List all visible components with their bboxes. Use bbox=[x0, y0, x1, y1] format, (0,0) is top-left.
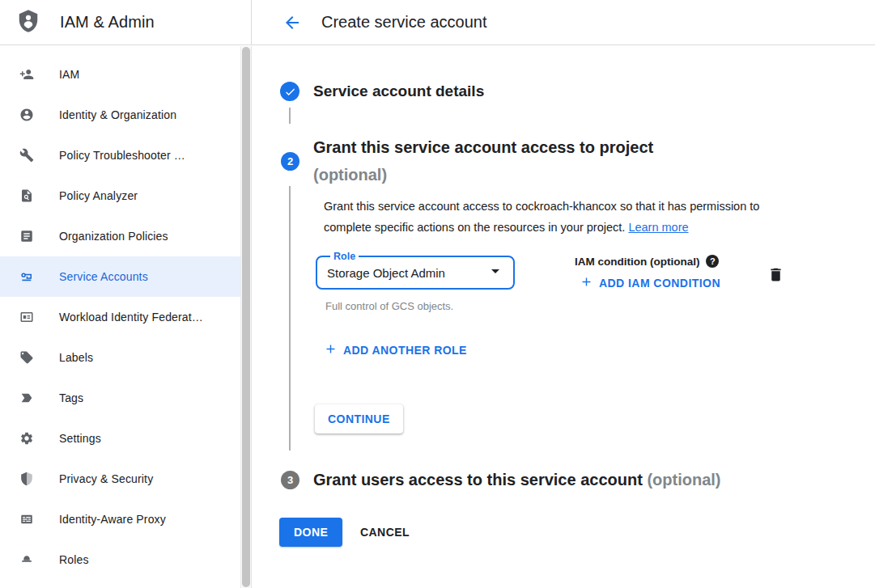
step2-description: Grant this service account access to coc… bbox=[324, 197, 803, 238]
hat-icon bbox=[19, 552, 34, 567]
done-button[interactable]: DONE bbox=[279, 518, 342, 547]
product-header: IAM & Admin bbox=[0, 0, 252, 44]
iam-condition-header: IAM condition (optional) ? bbox=[575, 255, 719, 268]
sidebar-scrollbar-thumb[interactable] bbox=[242, 47, 250, 587]
page-header: Create service account bbox=[252, 0, 875, 44]
sidebar-item-iam[interactable]: IAM bbox=[0, 54, 240, 95]
sidebar-item-label: Roles bbox=[59, 553, 89, 566]
trash-icon[interactable] bbox=[766, 264, 785, 284]
sidebar-item-identity-organization[interactable]: Identity & Organization bbox=[0, 95, 240, 135]
plus-icon bbox=[580, 275, 593, 291]
back-arrow-icon[interactable] bbox=[281, 11, 304, 34]
sidebar-item-service-accounts[interactable]: Service Accounts bbox=[0, 256, 240, 297]
step1-title[interactable]: Service account details bbox=[313, 82, 484, 100]
proxy-grid-icon bbox=[19, 512, 34, 527]
sidebar-item-label: Identity-Aware Proxy bbox=[59, 513, 166, 526]
add-another-role-button[interactable]: ADD ANOTHER ROLE bbox=[324, 342, 467, 358]
sidebar-item-settings[interactable]: Settings bbox=[0, 418, 240, 459]
step3-title: Grant users access to this service accou… bbox=[313, 471, 643, 489]
product-title: IAM & Admin bbox=[60, 13, 155, 32]
label-icon bbox=[19, 350, 34, 365]
question-badge-icon[interactable]: ? bbox=[706, 255, 719, 268]
role-select[interactable]: Storage Object Admin bbox=[325, 261, 505, 284]
sidebar-item-tags[interactable]: Tags bbox=[0, 378, 240, 418]
step2-heading: Grant this service account access to pro… bbox=[313, 133, 653, 188]
label-important-icon bbox=[19, 391, 34, 405]
sidebar-item-label: Service Accounts bbox=[59, 270, 148, 283]
sidebar-item-policy-analyzer[interactable]: Policy Analyzer bbox=[0, 176, 240, 216]
learn-more-link[interactable]: Learn more bbox=[628, 221, 688, 234]
person-add-icon bbox=[19, 67, 34, 82]
card-icon bbox=[19, 310, 34, 324]
continue-button[interactable]: CONTINUE bbox=[315, 404, 403, 434]
sidebar-item-identity-aware-proxy[interactable]: Identity-Aware Proxy bbox=[0, 499, 240, 539]
sidebar-item-label: Policy Troubleshooter … bbox=[59, 149, 185, 162]
cancel-button[interactable]: CANCEL bbox=[347, 518, 423, 547]
sidebar-item-privacy-security[interactable]: Privacy & Security bbox=[0, 459, 240, 499]
service-account-key-icon bbox=[19, 269, 34, 284]
step-connector bbox=[289, 108, 291, 124]
nav-spacer bbox=[0, 46, 240, 54]
shield-half-icon bbox=[19, 472, 34, 486]
step3-number: 3 bbox=[287, 474, 293, 486]
sidebar-item-organization-policies[interactable]: Organization Policies bbox=[0, 216, 240, 256]
sidebar-item-label: IAM bbox=[59, 68, 79, 81]
article-icon bbox=[19, 229, 34, 243]
sidebar-item-policy-troubleshooter[interactable]: Policy Troubleshooter … bbox=[0, 135, 240, 176]
sidebar-item-label: Labels bbox=[59, 351, 93, 364]
step3-optional-label: (optional) bbox=[647, 471, 720, 489]
sidebar-item-label: Organization Policies bbox=[59, 230, 168, 243]
role-field-label: Role bbox=[330, 251, 359, 262]
role-select-field: Role Storage Object Admin bbox=[316, 251, 515, 290]
policy-analyzer-icon bbox=[19, 188, 34, 203]
top-bar: IAM & Admin Create service account bbox=[0, 0, 875, 45]
add-another-role-label: ADD ANOTHER ROLE bbox=[343, 344, 467, 357]
sidebar-item-label: Privacy & Security bbox=[59, 472, 153, 485]
step2-number: 2 bbox=[287, 155, 293, 167]
step2-optional-label: (optional) bbox=[313, 161, 653, 188]
wrench-icon bbox=[19, 148, 34, 163]
role-selected-value: Storage Object Admin bbox=[325, 266, 445, 280]
iam-condition-label: IAM condition (optional) bbox=[575, 256, 699, 268]
sidebar-item-roles[interactable]: Roles bbox=[0, 539, 240, 580]
sidebar-item-label: Tags bbox=[59, 391, 83, 404]
shield-person-icon bbox=[16, 8, 40, 37]
page-title: Create service account bbox=[321, 13, 487, 32]
plus-icon bbox=[324, 342, 338, 358]
step2-description-text: Grant this service account access to coc… bbox=[324, 200, 759, 234]
sidebar-scrollbar-track bbox=[240, 46, 252, 588]
step-connector bbox=[289, 186, 291, 451]
step3-number-badge: 3 bbox=[281, 471, 299, 489]
add-iam-condition-button[interactable]: ADD IAM CONDITION bbox=[580, 275, 720, 291]
gear-icon bbox=[19, 431, 34, 446]
create-service-account-form: Service account details 2 Grant this ser… bbox=[253, 46, 875, 588]
step2-number-badge: 2 bbox=[281, 152, 299, 171]
sidebar-item-label: Settings bbox=[59, 432, 101, 445]
add-iam-condition-label: ADD IAM CONDITION bbox=[599, 277, 720, 290]
step3-heading[interactable]: Grant users access to this service accou… bbox=[313, 466, 721, 493]
sidebar-item-labels[interactable]: Labels bbox=[0, 337, 240, 378]
account-circle-icon bbox=[19, 108, 34, 122]
chevron-down-icon bbox=[486, 261, 505, 284]
step1-completed-icon bbox=[280, 82, 299, 101]
role-helper-text: Full control of GCS objects. bbox=[325, 300, 453, 312]
sidebar-item-label: Identity & Organization bbox=[59, 108, 176, 121]
sidebar-item-label: Policy Analyzer bbox=[59, 189, 138, 202]
sidebar-item-workload-identity-federation[interactable]: Workload Identity Federat… bbox=[0, 297, 240, 337]
sidebar-nav: IAM Identity & Organization Policy Troub… bbox=[0, 46, 240, 588]
step2-title: Grant this service account access to pro… bbox=[313, 133, 653, 161]
sidebar-item-label: Workload Identity Federat… bbox=[59, 311, 203, 324]
